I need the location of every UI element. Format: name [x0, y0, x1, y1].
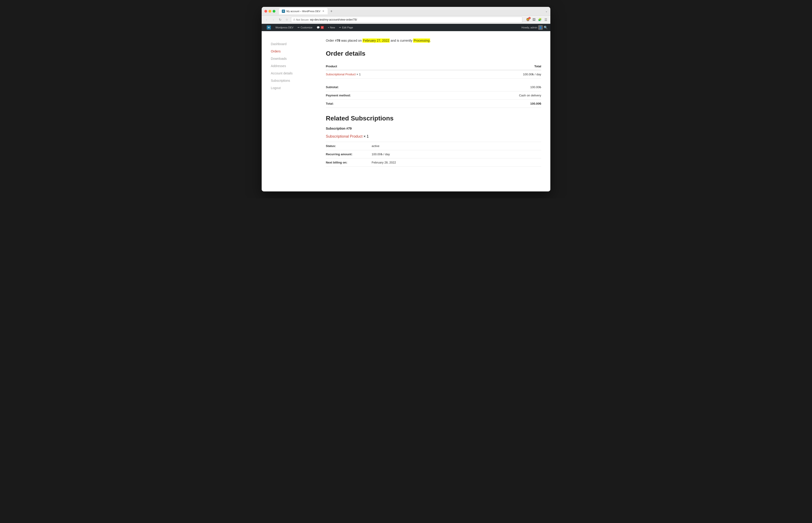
not-secure-indicator: ⚠ Not Secure [293, 18, 308, 21]
browser-tab[interactable]: W My account – WordPress DEV ✕ [279, 8, 328, 14]
subscription-status-value: active [372, 142, 541, 150]
order-table: Product Total Subscriptional Product × 1… [326, 63, 541, 78]
wp-logo-button[interactable]: W [264, 24, 273, 31]
product-column-header: Product [326, 63, 467, 70]
site-name-button[interactable]: Wordpress DEV [273, 24, 295, 31]
order-notice-middle: was placed on [340, 39, 363, 42]
comments-icon: 💬 [317, 26, 320, 29]
sidebar-item-dashboard[interactable]: Dashboard [271, 40, 317, 48]
window-controls: ⌄ [545, 10, 548, 13]
order-number: 78 [337, 39, 340, 42]
back-button[interactable]: ‹ [264, 17, 269, 22]
extension-icon-1[interactable]: 🖼 [532, 17, 536, 22]
extensions-area: 🦁 1 🖼 🧩 ☰ [526, 17, 548, 22]
total-column-header: Total [467, 63, 541, 70]
recurring-amount-value: 100.00₺ / day [372, 150, 541, 159]
reload-button[interactable]: ↻ [278, 17, 283, 22]
traffic-lights [264, 10, 276, 13]
subscription-product-qty: × 1 [364, 134, 369, 138]
payment-method-label: Payment method: [326, 91, 440, 100]
next-billing-value: February 28, 2022 [372, 159, 541, 167]
browser-titlebar: W My account – WordPress DEV ✕ + ⌄ [262, 7, 550, 16]
ext-badge: 1 [528, 17, 531, 19]
next-billing-label: Next billing on: [326, 159, 372, 167]
sidebar-item-account-details[interactable]: Account details [271, 70, 317, 77]
not-secure-label: Not Secure [296, 18, 308, 21]
order-table-header-row: Product Total [326, 63, 541, 70]
subscription-number: Subscription #79 [326, 127, 541, 130]
subtotal-label: Subtotal: [326, 83, 440, 91]
order-totals-table: Subtotal: 100.00₺ Payment method: Cash o… [326, 83, 541, 108]
sidebar-item-orders[interactable]: Orders [271, 48, 317, 55]
subtotal-row: Subtotal: 100.00₺ [326, 83, 541, 91]
wp-admin-bar: W Wordpress DEV ✏ Customize 💬 0 + New ✏ … [262, 24, 550, 31]
new-content-button[interactable]: + New [326, 24, 337, 31]
admin-bar-right: Howdy, admin 👤 🔍 [522, 25, 548, 30]
customize-button[interactable]: ✏ Customize [296, 24, 314, 31]
subscription-product-link[interactable]: Subscriptional Product [326, 134, 363, 138]
url-bar[interactable]: ⚠ Not Secure wp-dev.test/my-account/view… [291, 17, 523, 23]
sidebar: Dashboard Orders Downloads Addresses Acc… [271, 38, 317, 184]
sidebar-item-subscriptions[interactable]: Subscriptions [271, 77, 317, 84]
extensions-button[interactable]: 🧩 [537, 17, 542, 22]
minimize-button[interactable] [268, 10, 271, 13]
subtotal-value: 100.00₺ [440, 83, 541, 91]
order-notice-prefix: Order # [326, 39, 337, 42]
subscription-status-row: Status: active [326, 142, 541, 150]
maximize-button[interactable] [273, 10, 276, 13]
close-button[interactable] [264, 10, 267, 13]
next-billing-row: Next billing on: February 28, 2022 [326, 159, 541, 167]
warning-icon: ⚠ [293, 18, 295, 21]
browser-menu-button[interactable]: ☰ [544, 17, 548, 22]
related-subscriptions-title: Related Subscriptions [326, 115, 541, 122]
admin-avatar[interactable]: 👤 [538, 25, 543, 30]
browser-window: W My account – WordPress DEV ✕ + ⌄ ‹ › ↻… [262, 7, 550, 192]
admin-search-icon[interactable]: 🔍 [544, 26, 548, 29]
sidebar-item-logout[interactable]: Logout [271, 84, 317, 92]
site-name-label: Wordpress DEV [276, 26, 294, 29]
order-status: Processing [413, 38, 430, 42]
order-product-qty: × 1 [356, 73, 360, 76]
sidebar-item-addresses[interactable]: Addresses [271, 62, 317, 70]
tab-favicon: W [282, 10, 285, 13]
tab-close-button[interactable]: ✕ [322, 10, 325, 13]
payment-method-row: Payment method: Cash on delivery [326, 91, 541, 100]
total-value: 100.00₺ [440, 100, 541, 108]
comments-count: 0 [321, 26, 324, 29]
order-notice-suffix: and is currently [390, 39, 413, 42]
order-date: February 27, 2022 [363, 38, 389, 42]
order-notice-end: . [430, 39, 431, 42]
order-notice: Order #78 was placed on February 27, 202… [326, 38, 541, 43]
order-details-title: Order details [326, 50, 541, 57]
edit-icon: ✏ [339, 26, 341, 29]
customize-icon: ✏ [298, 26, 300, 29]
recurring-amount-label: Recurring amount: [326, 150, 372, 159]
subscription-status-label: Status: [326, 142, 372, 150]
page-content: Dashboard Orders Downloads Addresses Acc… [262, 31, 550, 192]
total-label: Total: [326, 100, 440, 108]
new-tab-button[interactable]: + [329, 8, 334, 14]
bookmark-button[interactable]: ☆ [285, 17, 289, 22]
sidebar-item-downloads[interactable]: Downloads [271, 55, 317, 62]
howdy-text: Howdy, admin [522, 26, 537, 29]
forward-button[interactable]: › [271, 17, 276, 22]
main-content: Order #78 was placed on February 27, 202… [317, 38, 541, 184]
wp-icon: W [267, 25, 271, 30]
edit-page-label: Edit Page [342, 26, 353, 29]
order-product-total: 100.00₺ / day [467, 70, 541, 78]
tab-bar: W My account – WordPress DEV ✕ + [279, 8, 544, 14]
payment-method-value: Cash on delivery [440, 91, 541, 100]
url-text: wp-dev.test/my-account/view-order/78/ [310, 18, 357, 21]
order-product-link[interactable]: Subscriptional Product [326, 73, 356, 76]
customize-label: Customize [301, 26, 313, 29]
brave-shield-icon[interactable]: 🦁 1 [526, 17, 530, 22]
new-content-label: + New [328, 26, 335, 29]
total-row: Total: 100.00₺ [326, 100, 541, 108]
address-bar: ‹ › ↻ ☆ ⚠ Not Secure wp-dev.test/my-acco… [262, 16, 550, 24]
edit-page-button[interactable]: ✏ Edit Page [337, 24, 355, 31]
subscription-product-row: Subscriptional Product × 1 [326, 132, 541, 140]
recurring-amount-row: Recurring amount: 100.00₺ / day [326, 150, 541, 159]
order-product-row: Subscriptional Product × 1 100.00₺ / day [326, 70, 541, 78]
order-product-cell: Subscriptional Product × 1 [326, 70, 467, 78]
comments-button[interactable]: 💬 0 [315, 24, 325, 31]
